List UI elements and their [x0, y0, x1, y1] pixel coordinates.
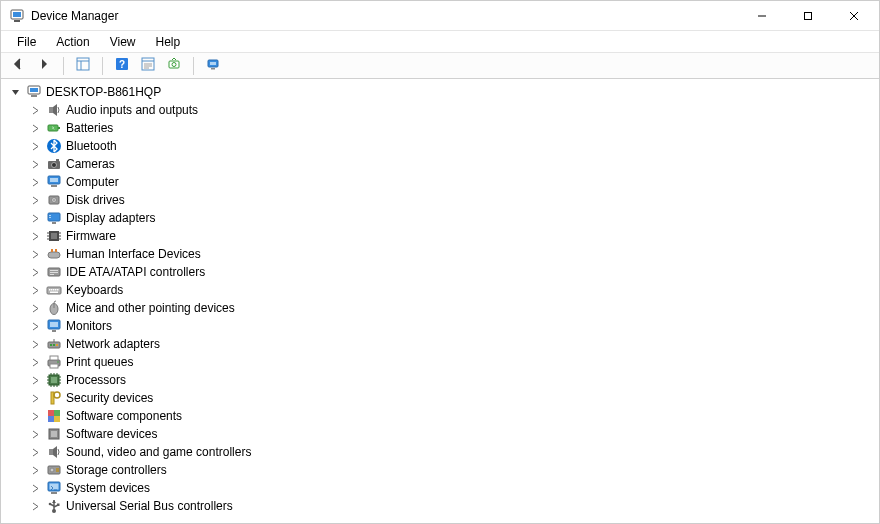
tree-node-label: Cameras — [66, 158, 115, 170]
chevron-right-icon[interactable] — [29, 248, 41, 260]
tree-node[interactable]: Universal Serial Bus controllers — [5, 497, 879, 515]
toolbar-separator — [63, 57, 64, 75]
maximize-button[interactable] — [785, 1, 831, 31]
system-icon — [46, 480, 62, 496]
svg-rect-4 — [805, 12, 812, 19]
menu-action[interactable]: Action — [46, 33, 99, 51]
menu-view[interactable]: View — [100, 33, 146, 51]
chevron-right-icon[interactable] — [29, 320, 41, 332]
chevron-right-icon[interactable] — [29, 230, 41, 242]
chevron-right-icon[interactable] — [29, 176, 41, 188]
device-tree[interactable]: DESKTOP-B861HQP Audio inputs and outputs… — [1, 79, 879, 523]
menubar: File Action View Help — [1, 31, 879, 53]
tree-node[interactable]: Disk drives — [5, 191, 879, 209]
toolbar-forward-button[interactable] — [33, 55, 55, 77]
tree-node-label: Computer — [66, 176, 119, 188]
chevron-right-icon[interactable] — [29, 122, 41, 134]
toolbar-scan-hardware-button[interactable] — [202, 55, 224, 77]
sound-icon — [46, 444, 62, 460]
printer-icon — [46, 354, 62, 370]
tree-node[interactable]: System devices — [5, 479, 879, 497]
chevron-right-icon[interactable] — [29, 140, 41, 152]
tree-node[interactable]: Processors — [5, 371, 879, 389]
tree-node-label: Bluetooth — [66, 140, 117, 152]
tree-node[interactable]: Computer — [5, 173, 879, 191]
chevron-right-icon[interactable] — [29, 392, 41, 404]
chevron-right-icon[interactable] — [29, 374, 41, 386]
chevron-right-icon[interactable] — [29, 284, 41, 296]
tree-node-label: Batteries — [66, 122, 113, 134]
tree-root[interactable]: DESKTOP-B861HQP — [5, 83, 879, 101]
toolbar-help-button[interactable]: ? — [111, 55, 133, 77]
chevron-right-icon[interactable] — [29, 482, 41, 494]
tree-node-label: Storage controllers — [66, 464, 167, 476]
chevron-right-icon[interactable] — [29, 104, 41, 116]
chevron-right-icon[interactable] — [29, 194, 41, 206]
chevron-right-icon[interactable] — [29, 410, 41, 422]
update-driver-icon — [167, 57, 181, 74]
tree-node-label: Display adapters — [66, 212, 155, 224]
chevron-right-icon[interactable] — [29, 302, 41, 314]
tree-node[interactable]: Audio inputs and outputs — [5, 101, 879, 119]
tree-node[interactable]: Software components — [5, 407, 879, 425]
usb-icon — [46, 498, 62, 514]
chevron-right-icon[interactable] — [29, 212, 41, 224]
chevron-right-icon[interactable] — [29, 446, 41, 458]
titlebar: Device Manager — [1, 1, 879, 31]
tree-node[interactable]: Software devices — [5, 425, 879, 443]
tree-node[interactable]: Print queues — [5, 353, 879, 371]
battery-icon — [46, 120, 62, 136]
tree-node-label: IDE ATA/ATAPI controllers — [66, 266, 205, 278]
computer-icon — [46, 174, 62, 190]
toolbar: ? — [1, 53, 879, 79]
toolbar-properties-button[interactable] — [137, 55, 159, 77]
software-devices-icon — [46, 426, 62, 442]
tree-node-label: Monitors — [66, 320, 112, 332]
close-button[interactable] — [831, 1, 877, 31]
tree-root-label: DESKTOP-B861HQP — [46, 86, 161, 98]
tree-node-label: Disk drives — [66, 194, 125, 206]
tree-node[interactable]: Network adapters — [5, 335, 879, 353]
tree-node[interactable]: Display adapters — [5, 209, 879, 227]
svg-rect-23 — [30, 88, 38, 92]
chevron-right-icon[interactable] — [29, 338, 41, 350]
help-icon: ? — [115, 57, 129, 74]
chevron-right-icon[interactable] — [29, 266, 41, 278]
tree-node[interactable]: Human Interface Devices — [5, 245, 879, 263]
tree-node[interactable]: Storage controllers — [5, 461, 879, 479]
tree-node[interactable]: IDE ATA/ATAPI controllers — [5, 263, 879, 281]
chevron-down-icon[interactable] — [9, 86, 21, 98]
bluetooth-icon — [46, 138, 62, 154]
chevron-right-icon[interactable] — [29, 428, 41, 440]
tree-node-label: Software components — [66, 410, 182, 422]
menu-file[interactable]: File — [7, 33, 46, 51]
tree-node[interactable]: Mice and other pointing devices — [5, 299, 879, 317]
mouse-icon — [46, 300, 62, 316]
chevron-right-icon[interactable] — [29, 356, 41, 368]
chevron-right-icon[interactable] — [29, 158, 41, 170]
tree-node-label: Print queues — [66, 356, 133, 368]
tree-node[interactable]: Keyboards — [5, 281, 879, 299]
software-components-icon — [46, 408, 62, 424]
chevron-right-icon[interactable] — [29, 464, 41, 476]
tree-node[interactable]: Cameras — [5, 155, 879, 173]
tree-node[interactable]: Firmware — [5, 227, 879, 245]
minimize-button[interactable] — [739, 1, 785, 31]
toolbar-show-hide-button[interactable] — [72, 55, 94, 77]
forward-icon — [37, 57, 51, 74]
chevron-right-icon[interactable] — [29, 500, 41, 512]
svg-text:?: ? — [119, 59, 125, 70]
storage-icon — [46, 462, 62, 478]
toolbar-update-driver-button[interactable] — [163, 55, 185, 77]
tree-node[interactable]: Monitors — [5, 317, 879, 335]
scan-hardware-icon — [206, 57, 220, 74]
menu-help[interactable]: Help — [146, 33, 191, 51]
tree-node[interactable]: Batteries — [5, 119, 879, 137]
svg-rect-2 — [14, 20, 20, 22]
toolbar-separator — [102, 57, 103, 75]
tree-node[interactable]: Bluetooth — [5, 137, 879, 155]
tree-node[interactable]: Security devices — [5, 389, 879, 407]
network-icon — [46, 336, 62, 352]
toolbar-back-button[interactable] — [7, 55, 29, 77]
tree-node[interactable]: Sound, video and game controllers — [5, 443, 879, 461]
